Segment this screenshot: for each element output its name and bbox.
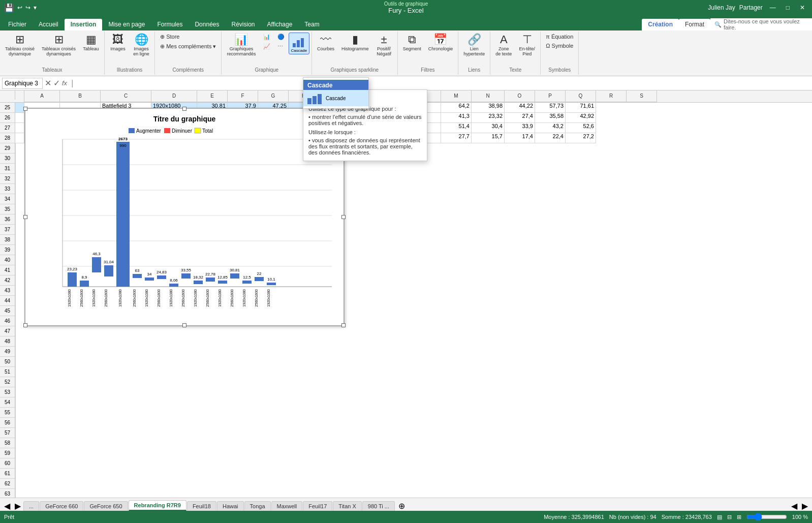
cell-28-O[interactable]: 17,4	[505, 133, 535, 143]
cell-27-Q[interactable]: 52,6	[566, 123, 596, 133]
chart-container[interactable]: Titre du graphique Augmenter Diminuer To…	[24, 108, 345, 326]
col-header-M[interactable]: M	[441, 90, 472, 102]
row-header-50[interactable]: 50	[0, 357, 15, 367]
tab-creation[interactable]: Création	[642, 19, 679, 30]
btn-images[interactable]: 🖼 Images	[107, 33, 129, 53]
btn-lien-hypertexte[interactable]: 🔗 Lien hypertexte	[460, 33, 488, 58]
col-header-C[interactable]: C	[101, 90, 151, 102]
row-header-47[interactable]: 47	[0, 326, 15, 336]
name-box[interactable]	[2, 78, 43, 89]
tab-formules[interactable]: Formules	[151, 19, 189, 30]
btn-symbole[interactable]: Ω Symbole	[543, 42, 576, 50]
row-header-51[interactable]: 51	[0, 367, 15, 377]
btn-cascade-chart[interactable]: Cascade	[289, 33, 310, 54]
row-header-25[interactable]: 25	[0, 103, 15, 113]
fx-confirm[interactable]: ✓	[53, 78, 60, 88]
row-header-34[interactable]: 34	[0, 194, 15, 204]
quick-access-more[interactable]: ▾	[34, 4, 37, 11]
col-header-E[interactable]: E	[197, 90, 228, 102]
col-header-G[interactable]: G	[258, 90, 289, 102]
col-header-S[interactable]: S	[627, 90, 657, 102]
row-header-37[interactable]: 37	[0, 225, 15, 235]
tab-fichier[interactable]: Fichier	[2, 19, 33, 30]
row-header-30[interactable]: 30	[0, 153, 15, 164]
row-header-52[interactable]: 52	[0, 377, 15, 387]
row-header-40[interactable]: 40	[0, 255, 15, 265]
cell-26-M[interactable]: 41,3	[441, 113, 472, 123]
sheet-tab-feuil18[interactable]: Feuil18	[187, 501, 216, 511]
tab-donnees[interactable]: Données	[189, 19, 225, 30]
btn-scatter[interactable]: ⋯	[274, 42, 288, 51]
col-header-N[interactable]: N	[472, 90, 505, 102]
row-header-55[interactable]: 55	[0, 408, 15, 418]
row-header-28[interactable]: 28	[0, 133, 15, 143]
row-header-27[interactable]: 27	[0, 123, 15, 133]
col-header-A[interactable]: A	[24, 90, 60, 102]
btn-equation[interactable]: π Équation	[543, 33, 576, 41]
tab-affichage[interactable]: Affichage	[261, 19, 299, 30]
sheet-tab-maxwell[interactable]: Maxwell	[271, 501, 303, 511]
cell-25-P[interactable]: 57,73	[535, 103, 566, 113]
col-header-O[interactable]: O	[505, 90, 535, 102]
resize-handle-bottom[interactable]	[182, 323, 186, 327]
tab-team[interactable]: Team	[298, 19, 325, 30]
cell-28-N[interactable]: 15,7	[472, 133, 505, 143]
resize-handle-left[interactable]	[23, 215, 27, 219]
sheet-tab-tonga[interactable]: Tonga	[244, 501, 271, 511]
row-header-29[interactable]: 29	[0, 143, 15, 153]
row-header-36[interactable]: 36	[0, 214, 15, 225]
col-header-rownum[interactable]	[15, 90, 24, 102]
row-header-45[interactable]: 45	[0, 306, 15, 316]
col-header-F[interactable]: F	[228, 90, 258, 102]
cell-26-P[interactable]: 35,58	[535, 113, 566, 123]
cell-27-P[interactable]: 43,2	[535, 123, 566, 133]
row-header-35[interactable]: 35	[0, 204, 15, 214]
btn-segment[interactable]: ⧉ Segment	[400, 33, 424, 53]
cell-27-O[interactable]: 33,9	[505, 123, 535, 133]
row-header-48[interactable]: 48	[0, 336, 15, 347]
btn-positif-negatif[interactable]: ± Positif/ Négatif	[373, 33, 395, 58]
row-header-49[interactable]: 49	[0, 347, 15, 357]
undo-btn[interactable]: ↩	[17, 4, 22, 11]
cell-26-N[interactable]: 23,32	[472, 113, 505, 123]
cell-25-M[interactable]: 64,2	[441, 103, 472, 113]
cell-25-Q[interactable]: 71,61	[566, 103, 596, 113]
zoom-slider[interactable]	[746, 513, 787, 521]
tab-mise-en-page[interactable]: Mise en page	[102, 19, 151, 30]
col-header-Q[interactable]: Q	[566, 90, 596, 102]
row-header-39[interactable]: 39	[0, 245, 15, 255]
sheet-tab-titan[interactable]: Titan X	[333, 501, 361, 511]
cell-28-Q[interactable]: 27,2	[566, 133, 596, 143]
row-header-43[interactable]: 43	[0, 286, 15, 296]
view-normal-btn[interactable]: ▤	[717, 514, 722, 520]
cell-25-O[interactable]: 44,22	[505, 103, 535, 113]
tab-revision[interactable]: Révision	[225, 19, 261, 30]
fx-cancel[interactable]: ✕	[45, 78, 51, 88]
cascade-option-1[interactable]: Cascade	[303, 90, 368, 106]
btn-chronologie[interactable]: 📅 Chronologie	[425, 33, 456, 53]
sheet-tab-hawai[interactable]: Hawai	[217, 501, 244, 511]
scroll-left-btn[interactable]: ◀	[789, 501, 799, 511]
sheet-nav-prev[interactable]: ◀	[2, 501, 12, 511]
sheet-tab-geforce660[interactable]: GeForce 660	[40, 501, 83, 511]
cell-26-Q[interactable]: 42,92	[566, 113, 596, 123]
share-btn[interactable]: Partager	[739, 4, 763, 11]
col-header-P[interactable]: P	[535, 90, 566, 102]
btn-courbes[interactable]: 〰 Courbes	[314, 33, 337, 53]
resize-handle-topleft[interactable]	[23, 107, 27, 111]
cell-28-P[interactable]: 22,4	[535, 133, 566, 143]
row-header-31[interactable]: 31	[0, 164, 15, 174]
row-header-44[interactable]: 44	[0, 296, 15, 306]
close-btn[interactable]: ✕	[797, 4, 808, 11]
sheet-tab-feuil17[interactable]: Feuil17	[303, 501, 332, 511]
tab-format[interactable]: Format	[679, 19, 710, 30]
row-header-54[interactable]: 54	[0, 397, 15, 408]
row-header-46[interactable]: 46	[0, 316, 15, 326]
resize-handle-top[interactable]	[182, 107, 186, 111]
btn-tableau[interactable]: ▦ Tableau	[80, 33, 102, 53]
row-header-42[interactable]: 42	[0, 275, 15, 286]
resize-handle-right[interactable]	[341, 215, 346, 219]
btn-histogramme[interactable]: ▮ Histogramme	[338, 33, 372, 53]
btn-tableau-croise[interactable]: ⊞ Tableau croisé dynamique	[2, 33, 38, 58]
sheet-tab-geforce650[interactable]: GeForce 650	[84, 501, 128, 511]
